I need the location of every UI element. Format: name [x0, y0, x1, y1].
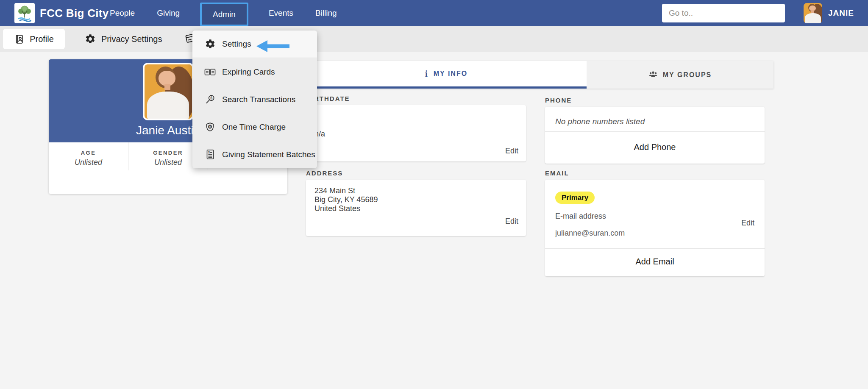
- address-line1: 234 Main St: [314, 186, 378, 195]
- primary-badge: Primary: [555, 192, 595, 204]
- profile-toolbar: Profile Privacy Settings: [0, 26, 868, 52]
- email-card: Primary E-mail address julianne@suran.co…: [545, 180, 765, 276]
- people-icon: [648, 70, 658, 80]
- divider: [545, 248, 765, 249]
- tab-my-info[interactable]: i MY INFO: [306, 61, 587, 89]
- tab-privacy-settings[interactable]: Privacy Settings: [85, 26, 162, 52]
- svg-text:$: $: [209, 125, 211, 128]
- email-label: EMAIL: [545, 169, 569, 177]
- contact-book-icon: [14, 34, 25, 44]
- phone-empty-text: No phone numbers listed: [555, 117, 645, 126]
- address-line2: Big City, KY 45689: [314, 195, 378, 204]
- svg-text:$: $: [208, 151, 210, 154]
- stat-age-label: AGE: [49, 150, 128, 156]
- email-edit-button[interactable]: Edit: [741, 219, 754, 228]
- nav-billing[interactable]: Billing: [314, 6, 339, 20]
- brand-name[interactable]: FCC Big City: [40, 0, 108, 26]
- menu-item-expiring-cards[interactable]: Expiring Cards: [192, 58, 317, 86]
- add-email-button[interactable]: Add Email: [545, 257, 765, 267]
- statement-icon: $: [204, 149, 216, 160]
- shield-dollar-icon: $: [204, 122, 216, 133]
- divider: [545, 131, 765, 132]
- tab-profile-label: Profile: [30, 34, 54, 44]
- email-value: julianne@suran.com: [555, 229, 625, 238]
- stat-age-value: Unlisted: [49, 158, 128, 167]
- tab-my-info-label: MY INFO: [434, 70, 467, 78]
- add-phone-button[interactable]: Add Phone: [545, 142, 765, 152]
- search-dollar-icon: $: [204, 94, 216, 105]
- nav-giving[interactable]: Giving: [155, 6, 181, 20]
- tab-my-groups[interactable]: MY GROUPS: [587, 61, 773, 89]
- address-label: ADDRESS: [306, 169, 343, 177]
- address-card: 234 Main St Big City, KY 45689 United St…: [306, 180, 526, 236]
- nav-events[interactable]: Events: [267, 6, 295, 20]
- menu-item-search-transactions[interactable]: $ Search Transactions: [192, 86, 317, 113]
- avatar-photo: [804, 3, 822, 23]
- gear-icon: [204, 39, 216, 50]
- menu-item-giving-statement-batches[interactable]: $ Giving Statement Batches: [192, 141, 317, 168]
- address-line3: United States: [314, 204, 378, 213]
- church-tree-logo-icon[interactable]: [14, 3, 35, 23]
- menu-item-one-time-charge[interactable]: $ One Time Charge: [192, 113, 317, 141]
- cards-icon: [204, 67, 216, 77]
- menu-item-settings-label: Settings: [222, 39, 251, 49]
- top-nav: FCC Big City People Giving Admin Events …: [0, 0, 868, 26]
- gear-icon: [85, 33, 96, 44]
- phone-label: PHONE: [545, 97, 572, 104]
- admin-dropdown-menu: Settings Expiring Cards $: [192, 31, 317, 168]
- main-menu: People Giving Admin Events Billing: [108, 0, 339, 26]
- address-lines: 234 Main St Big City, KY 45689 United St…: [314, 186, 378, 213]
- menu-item-expiring-cards-label: Expiring Cards: [222, 67, 275, 77]
- stat-age: AGE Unlisted: [49, 142, 128, 170]
- svg-text:$: $: [210, 96, 212, 100]
- address-edit-button[interactable]: Edit: [505, 217, 518, 226]
- menu-item-settings[interactable]: Settings: [192, 31, 317, 58]
- nav-admin[interactable]: Admin: [200, 3, 248, 26]
- screen: FCC Big City People Giving Admin Events …: [0, 0, 868, 389]
- goto-search-input[interactable]: [662, 4, 785, 22]
- menu-item-giving-statement-batches-label: Giving Statement Batches: [222, 150, 315, 159]
- tab-my-groups-label: MY GROUPS: [663, 71, 712, 79]
- profile-photo: [143, 63, 194, 120]
- menu-item-one-time-charge-label: One Time Charge: [222, 122, 286, 132]
- menu-item-search-transactions-label: Search Transactions: [222, 95, 295, 104]
- tab-profile[interactable]: Profile: [3, 29, 65, 49]
- nav-people[interactable]: People: [108, 6, 136, 20]
- info-tab-bar: i MY INFO MY GROUPS: [306, 61, 773, 89]
- phone-card: No phone numbers listed Add Phone: [545, 107, 765, 164]
- email-field-label: E-mail address: [555, 212, 606, 221]
- user-name[interactable]: JANIE: [828, 0, 854, 26]
- user-avatar[interactable]: [804, 3, 822, 23]
- birthdate-edit-button[interactable]: Edit: [505, 147, 518, 156]
- info-icon: i: [425, 69, 428, 79]
- tab-privacy-settings-label: Privacy Settings: [101, 34, 162, 44]
- birthdate-card: n/a Edit: [306, 105, 526, 161]
